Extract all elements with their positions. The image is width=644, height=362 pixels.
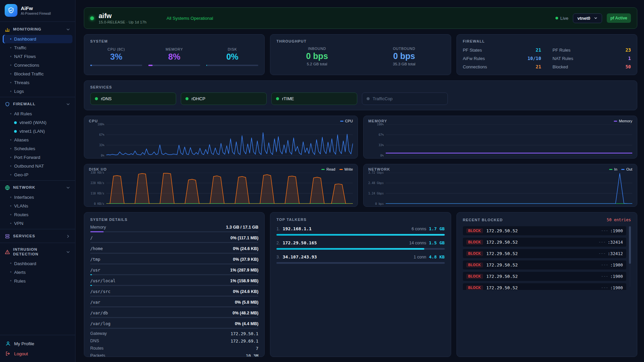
info-row: Gateway172.29.50.1 [90,331,258,336]
service-status-dot [276,97,279,100]
blocked-row[interactable]: BLOCK172.29.50.52---:1900 [463,260,626,269]
sidebar-item-all-rules[interactable]: All Rules [3,110,72,118]
service-chip-rtime[interactable]: rTIME [271,93,357,105]
system-metric: CPU (8C)3% [90,47,142,66]
metric-label: MEMORY [148,47,200,51]
stat-label: Blocked [552,64,568,69]
blocked-row[interactable]: BLOCK172.29.50.52---:32414 [463,238,626,247]
sidebar-item-interfaces[interactable]: Interfaces [3,193,72,201]
sidebar-item-routes[interactable]: Routes [3,210,72,219]
y-axis-tick: 2.48 Gbps [368,181,384,185]
main-content: aifw 15.0-RELEASE · Up 1d 17h All System… [75,0,644,357]
blocked-row[interactable]: BLOCK172.29.50.52---:1900 [463,272,626,281]
sidebar-section-network[interactable]: NETWORK [0,182,75,193]
service-name: rDNS [101,96,112,101]
y-axis-tick: 0 bps [375,202,384,205]
y-axis-tick: 100% [98,123,104,126]
sidebar-item-logs[interactable]: Logs [3,87,72,96]
stat-value: 21 [536,64,541,69]
mount-row: /usr/local1% (158.9 MB) [90,278,258,283]
interface-select[interactable]: vtnet0 [573,13,602,23]
blocked-row[interactable]: BLOCK172.29.50.52---:1900 [463,226,626,235]
talker-size: 1.7 GB [429,226,445,231]
sidebar-item-aliases[interactable]: Aliases [3,136,72,144]
blocked-row[interactable]: BLOCK172.29.50.52---:1900 [463,283,626,290]
sidebar-item-geo-ip[interactable]: Geo-IP [3,171,72,179]
mount-bar [90,328,258,329]
sidebar-section-intrusion-detection[interactable]: INTRUSION DETECTION [0,244,75,259]
stat-label: PF States [463,48,482,53]
service-status-dot [367,97,370,100]
section-label: NETWORK [13,185,63,190]
sidebar-item-rules[interactable]: Rules [3,277,72,285]
divider [0,335,75,335]
mount-row: /var/log0% (4.4 MB) [90,321,258,326]
talker-bar [276,248,444,250]
y-axis-tick: 3.72 Gbps [368,171,384,174]
blocked-entries-count: 50 entries [607,218,631,222]
blocked-dir: --- [601,285,608,290]
sidebar-item-outbound-nat[interactable]: Outbound NAT [3,162,72,170]
my-profile-label: My Profile [14,341,34,346]
globe-icon [5,185,10,190]
system-status-dot [90,16,94,20]
sidebar-item-vtnet1-lan-[interactable]: vtnet1 (LAN) [3,127,72,135]
system-metrics: CPU (8C)3%MEMORY8%DISK0% [90,47,258,66]
blocked-row[interactable]: BLOCK172.29.50.52---:32412 [463,249,626,258]
sidebar-item-threats[interactable]: Threats [3,78,72,87]
sidebar-section-firewall[interactable]: FIREWALL [0,99,75,109]
metric-bar [206,65,258,66]
sidebar-item-alerts[interactable]: Alerts [3,268,72,277]
sidebar-item-vtnet0-wan-[interactable]: vtnet0 (WAN) [3,118,72,127]
sidebar-footer: My Profile Logout [0,337,75,362]
sidebar-item-dashboard[interactable]: Dashboard [3,259,72,268]
logout-button[interactable]: Logout [0,349,75,359]
service-chip-trafficcop[interactable]: TrafficCop [362,93,448,105]
sidebar-item-dashboard[interactable]: Dashboard [3,35,72,43]
live-label: Live [560,16,569,21]
sidebar-item-traffic[interactable]: Traffic [3,44,72,52]
sidebar-item-connections[interactable]: Connections [3,61,72,69]
memory-chart-panel: MEMORYMemory100%67%33%0% [363,116,637,159]
system-card: SYSTEM CPU (8C)3%MEMORY8%DISK0% [84,34,265,75]
section-label: FIREWALL [13,102,63,107]
talker-ip: 172.29.50.165 [283,240,317,245]
chart-legend: CPU [340,119,353,123]
sidebar-item-schedules[interactable]: Schedules [3,144,72,153]
service-status-dot [185,97,189,100]
chart-legend: InOut [609,167,632,171]
block-badge: BLOCK [466,285,483,290]
throughput-metric: INBOUND0 bps5.2 GB total [276,47,358,66]
sidebar-item-blocked-traffic[interactable]: Blocked Traffic [3,70,72,78]
divider [0,229,75,229]
blocked-dir: --- [601,274,608,279]
mount-bar [90,242,258,243]
scrollbar-thumb[interactable] [629,226,631,264]
live-indicator: Live [555,16,569,21]
my-profile-button[interactable]: My Profile [0,339,75,349]
sidebar-item-vpn[interactable]: VPN [3,219,72,228]
sidebar-section-monitoring[interactable]: MONITORING [0,24,75,35]
block-badge: BLOCK [466,251,483,256]
legend-item: Out [621,167,632,171]
service-name: rTIME [282,96,294,101]
mount-row: /tmp0% (37.9 KB) [90,257,258,262]
bottom-row: SYSTEM DETAILS Memory1.3 GB / 17.1 GB/0%… [84,212,637,357]
scrollbar[interactable] [629,226,631,287]
blocked-ip: 172.29.50.52 [486,285,518,290]
service-chip-rdhcp[interactable]: rDHCP [181,93,267,105]
cpu-chart-panel: CPUCPU100%67%33%0% [84,116,358,159]
sidebar-item-port-forward[interactable]: Port Forward [3,153,72,162]
sidebar-item-nat-flows[interactable]: NAT Flows [3,52,72,61]
firewall-card-title: FIREWALL [463,39,631,43]
service-chip-rdns[interactable]: rDNS [90,93,176,105]
mount-bar [90,317,258,318]
sidebar-section-services[interactable]: SERVICES [0,231,75,241]
blocked-dir: --- [601,262,608,267]
metric-bar [148,65,200,66]
legend-item: CPU [340,119,353,123]
stats-row: SYSTEM CPU (8C)3%MEMORY8%DISK0% THROUGHP… [84,34,637,75]
sidebar-item-vlans[interactable]: VLANs [3,202,72,210]
blocked-ip: 172.29.50.52 [486,251,518,256]
pf-active-badge: pf Active [607,13,631,23]
